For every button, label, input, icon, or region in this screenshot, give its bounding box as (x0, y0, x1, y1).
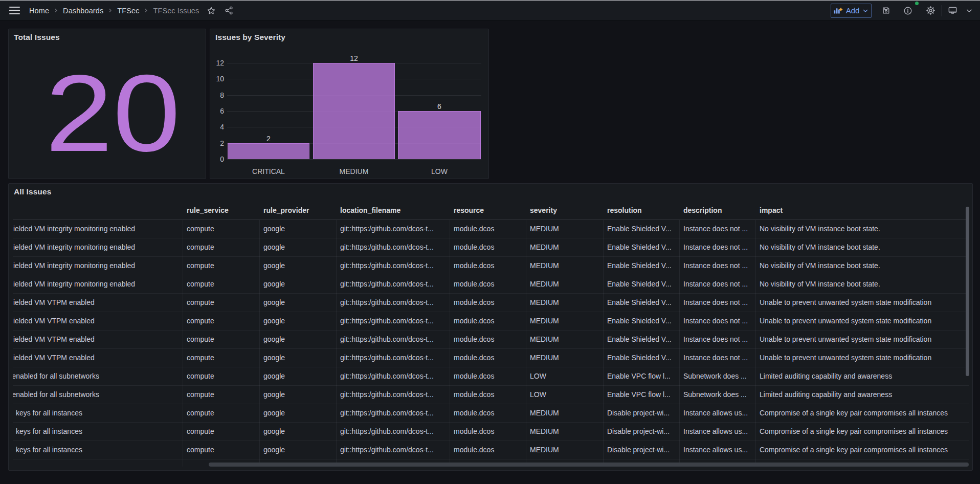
table-cell: google (259, 367, 336, 385)
table-cell: compute (183, 238, 259, 256)
column-header-rule_service[interactable]: rule_service (183, 202, 259, 220)
table-cell: ielded VM integrity monitoring enabled (13, 238, 183, 256)
table-cell: google (259, 275, 336, 293)
menu-icon[interactable] (9, 7, 20, 14)
table-cell: Enable Shielded V... (603, 331, 679, 348)
table-cell: Enable Shielded V... (603, 238, 679, 256)
column-header-rule_provider[interactable]: rule_provider (259, 202, 336, 220)
table-column-divider (259, 220, 260, 467)
table-cell: module.dcos (450, 423, 526, 441)
table-cell: Instance allows us... (679, 404, 755, 422)
column-header-resolution[interactable]: resolution (603, 202, 679, 220)
table-cell: MEDIUM (526, 275, 603, 293)
table-cell: MEDIUM (526, 404, 603, 422)
table-row: keys for all instancescomputegooglegit::… (13, 423, 969, 441)
table-row: ielded VM VTPM enabledcomputegooglegit::… (13, 294, 969, 312)
table-row: enabled for all subnetworkscomputegoogle… (13, 386, 969, 404)
panel-issues-by-severity: Issues by Severity 0246810122CRITICAL12M… (210, 29, 489, 179)
table-cell: MEDIUM (526, 312, 603, 330)
bar-critical[interactable] (228, 143, 309, 159)
horizontal-scrollbar-thumb[interactable] (209, 463, 969, 467)
table-cell: module.dcos (450, 386, 526, 404)
table-cell: Enable Shielded V... (603, 275, 679, 293)
table-row: keys for all instancescomputegooglegit::… (13, 441, 969, 459)
table-cell: google (259, 331, 336, 348)
table-cell: Compromise of a single key pair compromi… (755, 441, 969, 459)
bar-medium[interactable] (313, 63, 395, 159)
table-row: keys for all instancescomputegooglegit::… (13, 404, 969, 423)
table-row: ielded VM integrity monitoring enabledco… (13, 275, 969, 294)
table-cell: module.dcos (450, 331, 526, 348)
bar-low[interactable] (398, 111, 481, 159)
table-cell: google (259, 423, 336, 441)
table-cell: keys for all instances (13, 423, 183, 441)
table-cell: MEDIUM (526, 331, 603, 348)
table-cell: No visibility of VM instance boot state. (755, 238, 969, 256)
table-cell: Instance does not ... (679, 275, 755, 293)
table-cell: module.dcos (450, 404, 526, 422)
table-cell: git::https:/github.com/dcos-t... (336, 423, 450, 441)
table-cell: Instance does not ... (679, 257, 755, 275)
table-column-divider (183, 220, 183, 467)
column-header-impact[interactable]: impact (755, 202, 969, 220)
table-cell: git::https:/github.com/dcos-t... (336, 312, 450, 330)
column-header-description[interactable]: description (679, 202, 755, 220)
table-cell: module.dcos (450, 312, 526, 330)
window-top-edge (0, 0, 980, 1)
table-cell: Instance allows us... (679, 423, 755, 441)
y-axis-tick-label: 2 (210, 139, 224, 147)
table-cell: No visibility of VM instance boot state. (755, 275, 969, 293)
panel-title: Issues by Severity (215, 33, 285, 42)
gridline (227, 159, 481, 160)
save-icon[interactable] (878, 3, 894, 19)
table-cell: Enable VPC flow l... (603, 386, 679, 404)
monitor-icon[interactable] (944, 3, 961, 19)
vertical-scrollbar-thumb[interactable] (966, 207, 969, 376)
table-cell: google (259, 349, 336, 367)
table-row: enabled for all subnetworkscomputegoogle… (13, 367, 969, 386)
y-axis-tick-label: 4 (210, 123, 224, 131)
gear-icon[interactable] (922, 3, 939, 19)
table-cell: google (259, 238, 336, 256)
y-axis-tick-label: 0 (210, 155, 224, 163)
y-axis-tick-label: 8 (210, 91, 224, 99)
add-button[interactable]: Add (831, 4, 872, 18)
panel-total-issues: Total Issues 20 (8, 29, 206, 179)
table: rule_servicerule_providerlocation_filena… (13, 202, 969, 467)
breadcrumb-item-dashboards[interactable]: Dashboards (63, 7, 103, 15)
breadcrumb-item-home[interactable]: Home (29, 7, 49, 15)
table-cell: Instance does not ... (679, 312, 755, 330)
toolbar-divider (942, 5, 942, 16)
table-cell: MEDIUM (526, 294, 603, 312)
column-header-resource[interactable]: resource (450, 202, 526, 220)
breadcrumb-item-tfsec[interactable]: TFSec (117, 7, 139, 15)
table-column-divider (603, 220, 604, 467)
panel-all-issues: All Issues rule_servicerule_providerloca… (8, 183, 973, 471)
table-cell: LOW (526, 367, 603, 385)
info-icon[interactable] (900, 3, 916, 19)
table-cell: git::https:/github.com/dcos-t... (336, 441, 450, 459)
column-header-severity[interactable]: severity (526, 202, 603, 220)
table-cell: enabled for all subnetworks (13, 386, 183, 404)
table-cell: git::https:/github.com/dcos-t... (336, 331, 450, 348)
chevron-down-icon[interactable] (963, 3, 975, 19)
table-cell: Enable Shielded V... (603, 220, 679, 238)
table-cell: git::https:/github.com/dcos-t... (336, 257, 450, 275)
panel-title: Total Issues (14, 33, 60, 42)
share-icon[interactable] (220, 3, 237, 19)
table-cell: compute (183, 386, 259, 404)
table-cell: Limited auditing capability and awarenes… (755, 367, 969, 385)
column-header-location_filename[interactable]: location_filename (336, 202, 450, 220)
table-column-divider (526, 220, 526, 467)
table-cell: module.dcos (450, 367, 526, 385)
table-row: ielded VM VTPM enabledcomputegooglegit::… (13, 331, 969, 349)
table-cell: module.dcos (450, 294, 526, 312)
table-cell: ielded VM VTPM enabled (13, 294, 183, 312)
table-cell: compute (183, 331, 259, 348)
star-icon[interactable] (203, 3, 219, 19)
table-column-divider (679, 220, 680, 467)
table-cell: MEDIUM (526, 441, 603, 459)
table-cell: Enable Shielded V... (603, 294, 679, 312)
breadcrumb-separator-icon (108, 8, 113, 13)
table-cell: git::https:/github.com/dcos-t... (336, 220, 450, 238)
